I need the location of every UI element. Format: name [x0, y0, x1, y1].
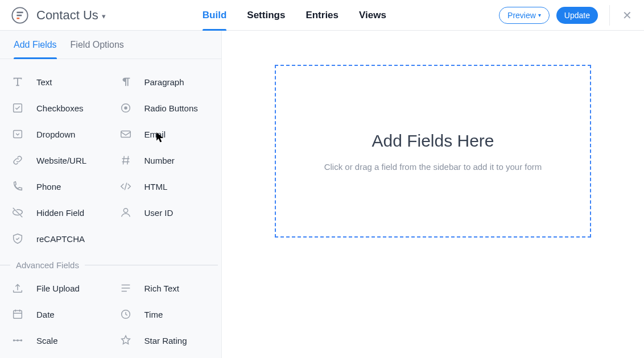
field-text[interactable]: Text	[6, 69, 110, 94]
number-icon	[117, 152, 134, 169]
update-button[interactable]: Update	[556, 7, 598, 24]
scale-icon	[9, 332, 26, 349]
drop-subtext: Click or drag a field from the sidebar t…	[324, 162, 542, 172]
field-email[interactable]: Email	[114, 122, 218, 147]
link-icon	[9, 152, 26, 169]
calendar-icon	[9, 306, 26, 323]
app-body: Add Fields Field Options Text Paragraph …	[0, 31, 644, 358]
field-number[interactable]: Number	[114, 148, 218, 173]
field-radio[interactable]: Radio Buttons	[114, 95, 218, 120]
field-label: Text	[36, 77, 52, 87]
basic-fields-grid: Text Paragraph Checkboxes Radio Buttons	[6, 69, 218, 251]
svg-rect-3	[16, 18, 19, 19]
field-label: Checkboxes	[36, 103, 84, 113]
close-icon: ✕	[622, 9, 632, 22]
top-right-actions: Preview ▾ Update ✕	[499, 5, 635, 26]
field-label: HTML	[145, 182, 168, 192]
svg-rect-7	[14, 131, 22, 138]
field-paragraph[interactable]: Paragraph	[114, 69, 218, 94]
email-icon	[117, 126, 134, 143]
field-label: reCAPTCHA	[36, 234, 85, 244]
upload-icon	[9, 280, 26, 297]
field-date[interactable]: Date	[6, 302, 110, 327]
html-icon	[117, 178, 134, 195]
svg-rect-1	[16, 11, 23, 13]
field-label: Radio Buttons	[145, 103, 198, 113]
field-label: Date	[36, 310, 55, 319]
field-label: Website/URL	[36, 156, 86, 165]
field-label: Phone	[36, 182, 61, 192]
svg-point-6	[124, 106, 127, 110]
field-file-upload[interactable]: File Upload	[6, 276, 110, 301]
field-label: Paragraph	[145, 77, 184, 87]
text-icon	[9, 73, 26, 90]
shield-check-icon	[9, 230, 26, 247]
sidebar-tabs: Add Fields Field Options	[0, 31, 221, 59]
field-label: Star Rating	[145, 336, 187, 345]
form-title-dropdown[interactable]: Contact Us ▾	[36, 8, 106, 23]
field-userid[interactable]: User ID	[114, 200, 218, 225]
app-logo-icon	[10, 6, 30, 25]
field-html[interactable]: HTML	[114, 174, 218, 199]
checkbox-icon	[9, 99, 26, 116]
dropdown-icon	[9, 126, 26, 143]
sidebar: Add Fields Field Options Text Paragraph …	[0, 31, 222, 358]
svg-rect-8	[121, 131, 130, 138]
sidebar-scroll[interactable]: Text Paragraph Checkboxes Radio Buttons	[0, 59, 221, 358]
form-title-text: Contact Us	[36, 8, 98, 23]
field-label: Dropdown	[36, 130, 75, 139]
field-label: Number	[145, 156, 175, 165]
field-recaptcha[interactable]: reCAPTCHA	[6, 226, 110, 251]
drop-zone[interactable]: Add Fields Here Click or drag a field fr…	[275, 65, 591, 238]
clock-icon	[117, 306, 134, 323]
advanced-fields-label: Advanced Fields	[10, 260, 85, 270]
field-label: Hidden Field	[36, 208, 84, 218]
field-scale[interactable]: Scale	[6, 328, 110, 353]
user-icon	[117, 204, 134, 221]
field-label: Scale	[36, 336, 58, 345]
radio-icon	[117, 99, 134, 116]
field-label: Rich Text	[145, 284, 179, 293]
svg-rect-2	[16, 14, 22, 16]
divider	[609, 5, 610, 26]
field-dropdown[interactable]: Dropdown	[6, 122, 110, 147]
canvas: Add Fields Here Click or drag a field fr…	[222, 31, 644, 358]
paragraph-icon	[117, 73, 134, 90]
tab-views[interactable]: Views	[359, 0, 386, 30]
sidebar-tab-add-fields[interactable]: Add Fields	[14, 39, 57, 59]
chevron-down-icon: ▾	[102, 12, 106, 20]
svg-point-9	[123, 209, 127, 213]
field-hidden[interactable]: Hidden Field	[6, 200, 110, 225]
field-url[interactable]: Website/URL	[6, 148, 110, 173]
field-rich-text[interactable]: Rich Text	[114, 276, 218, 301]
field-time[interactable]: Time	[114, 302, 218, 327]
field-label: Email	[145, 130, 166, 139]
richtext-icon	[117, 280, 134, 297]
field-checkboxes[interactable]: Checkboxes	[6, 95, 110, 120]
field-phone[interactable]: Phone	[6, 174, 110, 199]
tab-build[interactable]: Build	[203, 0, 227, 30]
preview-button[interactable]: Preview ▾	[499, 7, 550, 24]
advanced-fields-grid: File Upload Rich Text Date Time Scale	[6, 276, 218, 353]
field-label: User ID	[145, 208, 174, 218]
field-label: Time	[145, 310, 163, 319]
tab-entries[interactable]: Entries	[306, 0, 338, 30]
advanced-fields-header: Advanced Fields	[0, 260, 218, 270]
star-icon	[117, 332, 134, 349]
top-bar: Contact Us ▾ Build Settings Entries View…	[0, 0, 644, 31]
tab-settings[interactable]: Settings	[247, 0, 285, 30]
top-tabs: Build Settings Entries Views	[203, 0, 386, 30]
phone-icon	[9, 178, 26, 195]
close-button[interactable]: ✕	[619, 7, 635, 23]
field-label: File Upload	[36, 284, 80, 293]
svg-rect-10	[14, 311, 22, 319]
sidebar-tab-field-options[interactable]: Field Options	[71, 39, 124, 59]
drop-heading: Add Fields Here	[371, 131, 494, 151]
caret-down-icon: ▾	[538, 12, 541, 18]
hidden-icon	[9, 204, 26, 221]
field-star-rating[interactable]: Star Rating	[114, 328, 218, 353]
